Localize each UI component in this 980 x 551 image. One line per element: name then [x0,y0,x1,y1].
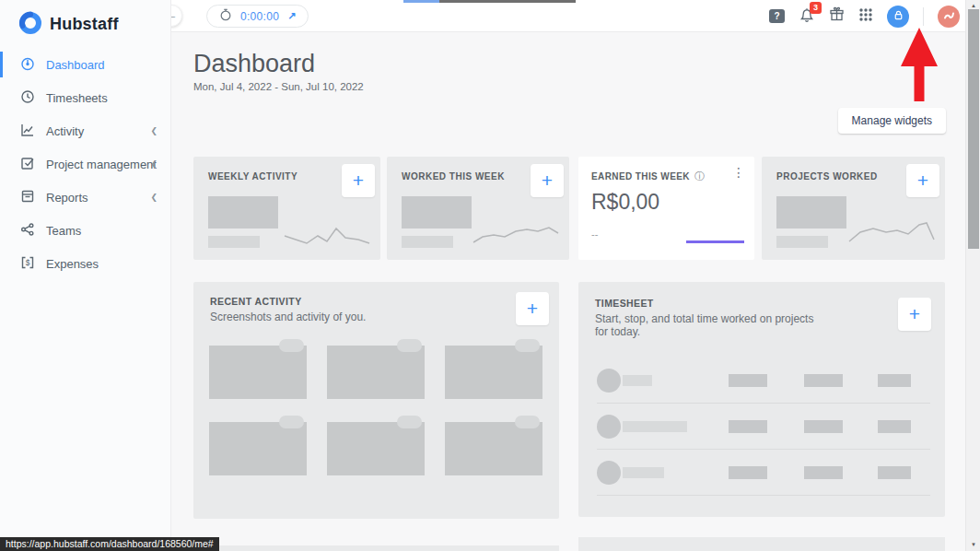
widget-title: WEEKLY ACTIVITY [208,171,298,182]
hubstaff-app-window: Hubstaff Dashboard Timesheets [0,0,980,551]
placeholder-block [402,196,472,229]
sparkline [472,219,560,249]
topbar: ← 0:00:00 ↗ ? 3 [171,0,965,32]
chevron-left-icon: ❮ [150,126,158,135]
date-range: Mon, Jul 4, 2022 - Sun, Jul 10, 2022 [193,81,364,92]
apps-grid-button[interactable] [858,7,873,26]
sidebar-item-project-management[interactable]: Project management ❮ [0,147,170,181]
widget-title: WORKED THIS WEEK [402,171,505,182]
clock-icon [20,89,35,107]
name-placeholder [623,375,652,386]
dashboard-icon [20,56,35,74]
svg-text:$: $ [26,258,30,267]
hubstaff-logo[interactable]: Hubstaff [0,0,170,41]
sidebar-item-activity[interactable]: Activity ❮ [0,114,170,147]
sidebar-item-label: Teams [46,224,81,238]
sidebar-item-dashboard[interactable]: Dashboard [0,48,170,81]
screenshot-placeholder [327,346,425,399]
sidebar-item-teams[interactable]: Teams [0,214,170,247]
name-placeholder [623,421,687,432]
screenshot-badge [397,339,422,352]
time-placeholder [804,420,843,433]
chevron-left-icon: ❮ [150,193,158,202]
timesheet-row [578,450,945,496]
add-widget-button[interactable]: + [342,164,375,197]
add-widget-button[interactable]: + [516,292,549,325]
earned-secondary: -- [591,229,598,240]
sidebar-item-label: Activity [46,124,84,138]
notifications-button[interactable]: 3 [799,6,815,27]
screenshot-placeholder [445,346,542,399]
earned-sparkline [686,240,744,243]
add-widget-button[interactable]: + [531,164,564,197]
screenshot-badge [279,416,304,428]
notification-badge: 3 [810,2,822,14]
chevron-left-icon: ❮ [150,159,158,169]
avatar-squiggle-icon [941,7,956,26]
widget-title: RECENT ACTIVITY [210,296,302,307]
sidebar: Hubstaff Dashboard Timesheets [0,0,171,551]
loading-progress-bar [403,0,576,3]
open-timer-icon[interactable]: ↗ [287,10,296,22]
time-placeholder [804,374,843,387]
topbar-actions: ? 3 [769,0,960,32]
timer-widget[interactable]: 0:00:00 ↗ [206,5,309,28]
sidebar-item-timesheets[interactable]: Timesheets [0,81,170,114]
widget-header: EARNED THIS WEEK ⓘ [591,170,705,183]
placeholder-block [402,236,453,248]
avatar-placeholder [597,415,621,439]
whats-new-button[interactable] [829,6,845,26]
sidebar-item-label: Reports [46,191,88,205]
add-widget-button[interactable]: + [898,298,931,331]
widget-subtitle: Start, stop, and total time worked on pr… [595,312,816,338]
sidebar-item-label: Timesheets [46,91,108,105]
help-icon[interactable]: ? [769,9,785,23]
vertical-scrollbar[interactable]: ▲ ▼ [965,0,980,551]
link-status-tooltip: https://app.hubstaff.com/dashboard/16856… [0,537,219,551]
info-icon[interactable]: ⓘ [694,170,705,183]
avatar-placeholder [597,461,621,485]
user-avatar[interactable] [938,6,960,28]
timesheet-card: TIMESHEET Start, stop, and total time wo… [578,282,945,517]
add-widget-button[interactable]: + [906,164,939,197]
timesheet-row [578,358,945,404]
timesheet-rows [578,358,945,496]
scrollbar-thumb[interactable] [968,9,979,249]
progress-segment-blue [403,0,439,3]
placeholder-block [208,236,260,248]
widget-subtitle: Screenshots and activity of you. [210,311,366,323]
activity-chart-icon [20,123,35,140]
sidebar-nav: Dashboard Timesheets Activity ❮ [0,48,170,280]
stopwatch-icon [219,8,232,25]
kebab-menu-icon[interactable]: ⋮ [732,166,745,179]
earned-amount: R$0,00 [591,190,659,215]
projects-worked-card: PROJECTS WORKED + [762,157,945,260]
sparkline [847,219,936,249]
screenshot-badge [397,416,422,428]
time-placeholder [804,466,843,479]
page-title: Dashboard [193,50,315,78]
weekly-activity-card: WEEKLY ACTIVITY + [193,157,380,260]
timesheet-row [578,404,945,450]
sidebar-item-reports[interactable]: Reports ❮ [0,181,170,214]
screenshot-grid [209,346,542,475]
time-placeholder [878,420,911,433]
checkbox-icon [20,156,35,173]
widget-title: PROJECTS WORKED [776,171,878,182]
widget-row-bottom: RECENT ACTIVITY Screenshots and activity… [193,282,945,519]
manage-widgets-button[interactable]: Manage widgets [838,108,946,134]
sidebar-item-label: Project management [46,158,157,171]
scroll-down-icon[interactable]: ▼ [966,539,980,551]
account-security-button[interactable] [887,6,909,28]
placeholder-block [208,196,278,229]
topbar-divider [923,7,924,26]
placeholder-block [776,196,846,229]
report-document-icon [20,189,35,206]
sidebar-item-expenses[interactable]: $ Expenses [0,247,170,280]
screenshot-placeholder [327,422,425,475]
widget-title: TIMESHEET [595,298,654,309]
widget-title: EARNED THIS WEEK [591,171,690,182]
earned-this-week-card: EARNED THIS WEEK ⓘ ⋮ R$0,00 -- [578,157,754,260]
screenshot-badge [515,339,540,352]
grid-icon [858,7,873,26]
